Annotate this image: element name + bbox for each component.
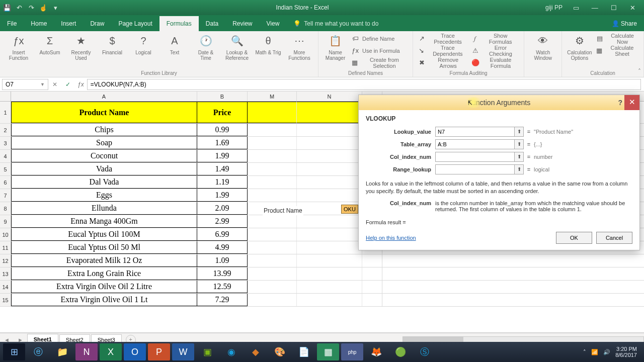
cell-price[interactable]: 2.99	[197, 215, 248, 228]
cell-price[interactable]: 6.99	[197, 228, 248, 241]
dialog-help-icon[interactable]: ?	[618, 99, 622, 107]
cell-product[interactable]: Eucal Yptus Oil 100M	[11, 228, 197, 241]
row-header[interactable]: 14	[0, 281, 11, 293]
arg-input[interactable]	[435, 127, 515, 137]
math-trig-button[interactable]: θMath & Trig	[255, 33, 282, 55]
tab-file[interactable]: File	[0, 16, 24, 31]
ok-button[interactable]: OK	[556, 232, 592, 244]
taskbar-app3[interactable]: 📄	[293, 343, 315, 360]
cell-product[interactable]: Extra Virgin Oilve Oil 2 Litre	[11, 281, 197, 293]
insert-function-button[interactable]: ƒxInsert Function	[5, 33, 32, 61]
taskbar-anydesk[interactable]: ◉	[220, 343, 243, 360]
error-checking-button[interactable]: ⚠Error Checking	[471, 45, 519, 56]
tab-formulas[interactable]: Formulas	[159, 16, 199, 31]
calculate-now-button[interactable]: ▤Calculate Now	[596, 33, 638, 44]
formula-input[interactable]	[87, 79, 641, 90]
save-icon[interactable]: 💾	[3, 4, 11, 12]
row-header[interactable]: 8	[0, 202, 11, 215]
cell-price[interactable]: 1.19	[197, 176, 248, 189]
range-picker-icon[interactable]: ⬆	[515, 139, 524, 149]
show-formulas-button[interactable]: 𝑓Show Formulas	[471, 33, 519, 44]
name-manager-button[interactable]: 📋Name Manager	[324, 33, 347, 61]
tray-clock[interactable]: 3:20 PM8/6/2017	[615, 346, 637, 358]
cell-product[interactable]: Eggs	[11, 189, 197, 202]
touch-mode-icon[interactable]: ☝	[39, 4, 47, 12]
collapse-ribbon-icon[interactable]: ˄	[638, 68, 641, 75]
row-header[interactable]: 5	[0, 163, 11, 175]
define-name-button[interactable]: 🏷Define Name	[351, 33, 408, 44]
row-header[interactable]: 9	[0, 215, 11, 228]
more-functions-button[interactable]: ⋯More Functions	[286, 33, 313, 61]
start-button[interactable]: ⊞	[3, 343, 25, 360]
financial-button[interactable]: $Financial	[99, 33, 126, 55]
taskbar-firefox[interactable]: 🦊	[365, 343, 387, 360]
arg-input[interactable]	[435, 139, 515, 149]
header-price[interactable]: Price	[197, 102, 248, 123]
remove-arrows-button[interactable]: ✖Remove Arrows	[418, 57, 467, 68]
cell-price[interactable]: 1.09	[197, 254, 248, 267]
row-header[interactable]: 10	[0, 228, 11, 241]
range-picker-icon[interactable]: ⬆	[515, 164, 524, 174]
tab-review[interactable]: Review	[225, 16, 259, 31]
tab-home[interactable]: Home	[24, 16, 54, 31]
taskbar-word[interactable]: W	[172, 343, 194, 360]
row-header[interactable]: 12	[0, 254, 11, 267]
taskbar-chrome[interactable]: 🟢	[389, 343, 412, 360]
cell-product[interactable]: Vada	[11, 163, 197, 175]
cell-price[interactable]: 1.99	[197, 150, 248, 162]
cancel-formula-icon[interactable]: ✕	[48, 81, 61, 88]
dialog-close-button[interactable]: ✕	[624, 95, 639, 110]
use-in-formula-button[interactable]: ƒxUse in Formula	[351, 45, 408, 56]
logical-button[interactable]: ?Logical	[130, 33, 157, 55]
taskbar-calc[interactable]: ▦	[317, 343, 339, 360]
row-header[interactable]: 11	[0, 241, 11, 254]
tab-insert[interactable]: Insert	[54, 16, 83, 31]
cell-price[interactable]: 2.09	[197, 202, 248, 215]
taskbar-paint[interactable]: 🎨	[269, 343, 291, 360]
chevron-down-icon[interactable]: ▼	[40, 82, 45, 87]
row-header[interactable]: 7	[0, 189, 11, 202]
cell-product[interactable]: Eucal Yptus Oil 50 Ml	[11, 241, 197, 254]
arg-input[interactable]	[435, 164, 515, 174]
col-header-b[interactable]: B	[197, 92, 248, 101]
tray-volume-icon[interactable]: 🔊	[603, 349, 610, 355]
cell-o7-editing[interactable]: OKU	[341, 205, 358, 214]
taskbar-ie[interactable]: ⓔ	[27, 343, 49, 360]
cell-product[interactable]: Dal Vada	[11, 176, 197, 189]
dialog-title-bar[interactable]: ↖ Function Arguments ? ✕	[359, 95, 639, 110]
tray-wifi-icon[interactable]: 📶	[591, 349, 598, 355]
cell-price[interactable]: 1.49	[197, 163, 248, 175]
recently-used-button[interactable]: ★Recently Used	[67, 33, 95, 61]
redo-icon[interactable]: ↷	[27, 4, 35, 12]
lookup-reference-button[interactable]: 🔍Lookup & Reference	[223, 33, 251, 61]
col-header-n[interactable]: N	[297, 92, 362, 101]
row-header[interactable]: 1	[0, 102, 11, 123]
qat-dropdown-icon[interactable]: ▾	[51, 4, 59, 12]
tab-view[interactable]: View	[260, 16, 287, 31]
close-icon[interactable]: ✕	[624, 4, 641, 12]
name-box[interactable]: O7▼	[2, 79, 48, 90]
header-product-name[interactable]: Product Name	[11, 102, 197, 123]
autosum-button[interactable]: ΣAutoSum	[36, 33, 63, 55]
row-header[interactable]: 3	[0, 137, 11, 149]
tab-draw[interactable]: Draw	[83, 16, 111, 31]
row-header[interactable]: 2	[0, 124, 11, 136]
taskbar-onenote[interactable]: N	[75, 343, 98, 360]
tab-page-layout[interactable]: Page Layout	[111, 16, 159, 31]
tab-data[interactable]: Data	[199, 16, 225, 31]
row-header[interactable]: 4	[0, 150, 11, 162]
cell-product[interactable]: Ellunda	[11, 202, 197, 215]
calculation-options-button[interactable]: ⚙Calculation Options	[567, 33, 592, 61]
watch-window-button[interactable]: 👁Watch Window	[529, 33, 556, 61]
col-header-m[interactable]: M	[248, 92, 297, 101]
cell-product[interactable]: Evaporated Milk 12 Oz	[11, 254, 197, 267]
evaluate-formula-button[interactable]: 🔴Evaluate Formula	[471, 57, 519, 68]
help-link[interactable]: Help on this function	[366, 235, 416, 241]
cell-product[interactable]: Chips	[11, 124, 197, 136]
range-picker-icon[interactable]: ⬆	[515, 152, 524, 162]
taskbar-app2[interactable]: ◆	[245, 343, 267, 360]
taskbar-outlook[interactable]: O	[124, 343, 146, 360]
cell-product[interactable]: Enna Manga 400Gm	[11, 215, 197, 228]
cell-product[interactable]: Soap	[11, 137, 197, 149]
trace-precedents-button[interactable]: ↗Trace Precedents	[418, 33, 467, 44]
